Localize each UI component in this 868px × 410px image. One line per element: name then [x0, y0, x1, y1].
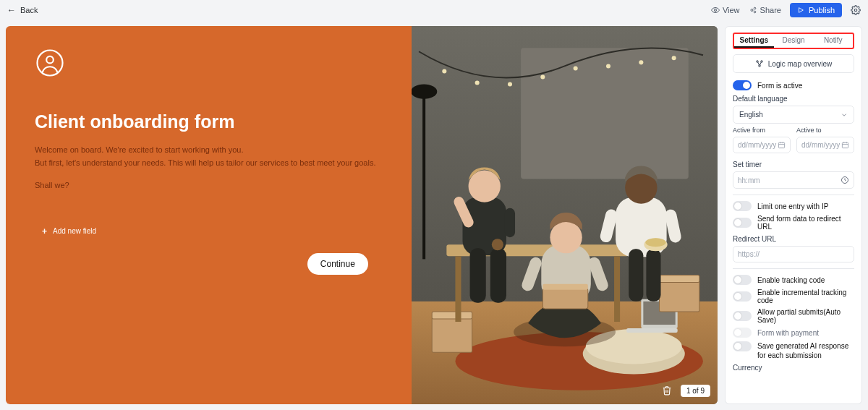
redirect-url-label: Redirect URL [733, 235, 854, 243]
partial-submits-label: Allow partial submits(Auto Save) [757, 308, 854, 324]
active-to-input[interactable]: dd/mm/yyyy [796, 137, 854, 153]
toggle-limit-ip[interactable] [733, 201, 752, 211]
form-desc-line1: Welcome on board. We're excited to start… [35, 144, 383, 157]
svg-rect-45 [542, 284, 587, 290]
plus-icon: + [42, 227, 47, 236]
page-indicator-label: 1 of 9 [686, 387, 705, 395]
limit-ip-label: Limit one entry with IP [757, 202, 828, 210]
svg-point-5 [854, 9, 857, 12]
svg-point-16 [606, 64, 610, 68]
logic-map-icon [755, 59, 764, 68]
svg-point-56 [757, 61, 759, 63]
active-to-placeholder: dd/mm/yyyy [801, 141, 840, 149]
svg-point-12 [475, 81, 480, 85]
svg-rect-59 [778, 142, 784, 148]
timer-placeholder: hh:mm [738, 176, 760, 184]
incremental-tracking-label: Enable incremental tracking code [757, 289, 854, 304]
svg-rect-60 [842, 142, 848, 148]
svg-rect-24 [626, 328, 678, 333]
svg-rect-19 [422, 92, 425, 260]
form-title[interactable]: Client onboarding form [35, 111, 383, 132]
play-icon [797, 7, 804, 14]
back-button[interactable]: ← Back [7, 6, 38, 14]
toggle-tracking[interactable] [733, 275, 752, 285]
svg-rect-28 [432, 312, 472, 319]
form-canvas[interactable]: Client onboarding form Welcome on board.… [6, 26, 718, 404]
svg-point-53 [645, 238, 665, 247]
svg-point-40 [492, 239, 503, 250]
svg-rect-32 [455, 256, 461, 322]
calendar-icon [778, 141, 786, 149]
share-button[interactable]: Share [749, 6, 781, 14]
send-redirect-label: Send form data to redirect URL [757, 215, 854, 231]
svg-point-18 [672, 56, 676, 60]
svg-point-11 [442, 69, 446, 73]
svg-rect-33 [614, 256, 620, 322]
toggle-incremental-tracking[interactable] [733, 291, 752, 302]
page-indicator[interactable]: 1 of 9 [681, 385, 710, 397]
hero-image [412, 26, 718, 404]
set-timer-label: Set timer [733, 161, 854, 168]
redirect-url-input[interactable]: https:// [733, 246, 854, 262]
svg-rect-44 [542, 289, 587, 309]
arrow-left-icon: ← [7, 6, 16, 14]
panel-tabs-highlight: Settings Design Notify [733, 33, 854, 49]
settings-button[interactable] [851, 5, 861, 15]
svg-rect-30 [659, 276, 699, 283]
logic-map-button[interactable]: Logic map overview [733, 54, 854, 73]
toggle-partial-submits[interactable] [733, 311, 752, 321]
redirect-url-placeholder: https:// [738, 250, 760, 258]
toggle-form-active[interactable] [733, 80, 752, 90]
tab-design[interactable]: Design [774, 34, 814, 46]
publish-label: Publish [809, 6, 835, 14]
toggle-send-redirect[interactable] [733, 218, 752, 228]
active-from-label: Active from [733, 127, 791, 134]
toggle-form-payment [733, 328, 752, 338]
tab-notify[interactable]: Notify [813, 34, 853, 46]
back-label: Back [20, 6, 38, 14]
continue-label: Continue [320, 259, 355, 269]
svg-rect-27 [432, 317, 472, 352]
svg-point-17 [639, 60, 643, 64]
svg-marker-4 [799, 8, 803, 13]
tab-settings[interactable]: Settings [734, 34, 774, 46]
svg-point-7 [46, 56, 54, 64]
form-desc-line3: Shall we? [35, 179, 383, 192]
svg-rect-39 [490, 248, 506, 303]
default-language-select[interactable]: English [733, 106, 854, 124]
view-button[interactable]: View [711, 6, 740, 14]
add-field-label: Add new field [53, 227, 96, 235]
svg-rect-51 [646, 249, 660, 302]
share-label: Share [760, 6, 781, 14]
toggle-save-ai[interactable] [733, 341, 752, 351]
tracking-label: Enable tracking code [757, 276, 825, 284]
view-label: View [723, 6, 740, 14]
svg-rect-37 [505, 208, 515, 237]
currency-label: Currency [733, 364, 854, 372]
form-payment-label: Form with payment [757, 329, 819, 337]
svg-point-43 [550, 221, 582, 253]
share-icon [749, 6, 757, 14]
settings-panel: Settings Design Notify Logic map overvie… [725, 26, 862, 404]
add-field-button[interactable]: + Add new field [35, 227, 383, 236]
svg-point-0 [714, 9, 716, 12]
gear-icon [851, 5, 861, 15]
svg-point-1 [751, 9, 753, 12]
trash-icon [662, 385, 672, 396]
svg-point-3 [754, 11, 756, 13]
svg-rect-29 [659, 281, 699, 312]
clock-icon [841, 176, 849, 184]
delete-page-button[interactable] [659, 383, 675, 398]
active-to-label: Active to [796, 127, 854, 134]
eye-icon [711, 6, 720, 14]
calendar-icon [841, 141, 849, 149]
form-active-label: Form is active [757, 82, 802, 90]
active-from-input[interactable]: dd/mm/yyyy [733, 137, 791, 153]
active-from-placeholder: dd/mm/yyyy [738, 141, 776, 149]
publish-button[interactable]: Publish [790, 3, 842, 17]
chevron-down-icon [841, 111, 848, 119]
form-desc-line2: But first, let's understand your needs. … [35, 157, 383, 170]
continue-button[interactable]: Continue [307, 253, 368, 275]
timer-input[interactable]: hh:mm [733, 171, 854, 189]
svg-point-14 [540, 74, 545, 79]
